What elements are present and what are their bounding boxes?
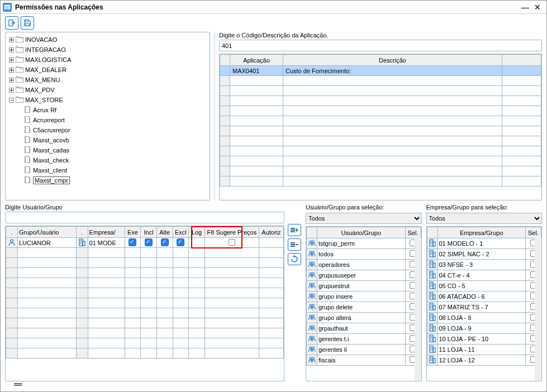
tree-file[interactable]: Maxst_cadas [8,145,210,155]
user-row[interactable]: tstgrup_perm [307,238,421,249]
expand-icon[interactable]: + [9,58,14,63]
app-row[interactable] [220,96,541,106]
user-row[interactable]: todos [307,249,421,260]
permissions-table[interactable]: . Grupo/Usuário . Empresa/ Exe Incl Alte… [5,226,284,381]
scrollbar[interactable] [415,238,421,381]
expand-icon[interactable]: + [9,78,14,83]
company-row[interactable]: 03 NFSE - 3 [427,260,541,270]
tree-panel[interactable]: +INOVACAO+INTEGRACAO+MAXLOGISTICA+MAX_DE… [5,32,210,200]
user-row[interactable]: grpauthaut [307,323,421,334]
company-row[interactable]: 11 LOJA - 11 [427,345,541,355]
perm-row[interactable] [6,328,284,338]
minimize-button[interactable]: — [520,2,531,12]
app-row[interactable] [220,166,541,176]
company-group-select[interactable]: Todos [426,213,543,224]
tree-folder[interactable]: +MAX_DEALER [8,65,210,75]
perm-row[interactable] [6,258,284,268]
user-row[interactable]: grupo insere [307,291,421,302]
user-row[interactable]: fiscais [307,355,421,366]
user-row[interactable]: operadores [307,260,421,270]
svg-point-30 [310,273,312,275]
expand-icon[interactable]: + [9,68,14,73]
company-row[interactable]: 09 LOJA - 9 [427,323,541,334]
user-row[interactable]: gerentes t.i [307,334,421,345]
perm-row[interactable] [6,278,284,288]
company-row[interactable]: 04 CT-e - 4 [427,270,541,281]
checkbox-checked-icon[interactable] [177,238,184,246]
tree-file[interactable]: Maxst_check [8,155,210,165]
expand-icon[interactable]: + [9,88,14,93]
user-row[interactable]: grupususeper [307,270,421,281]
company-group-table[interactable]: Empresa/GrupoSel. 01 MODELO - 102 SIMPL … [426,226,543,381]
app-row[interactable] [220,76,541,86]
checkbox-icon[interactable] [229,239,235,246]
app-row[interactable] [220,86,541,96]
company-row[interactable]: 12 LOJA - 12 [427,355,541,366]
resize-handle[interactable] [14,385,22,386]
app-row[interactable]: MAX0401Custo de Fornecimento: [220,66,541,76]
company-row[interactable]: 10 LOJA - PE - 10 [427,334,541,345]
close-button[interactable]: ✕ [532,2,543,12]
vertical-resizer[interactable] [213,32,216,200]
apps-table[interactable]: Aplicação Descrição MAX0401Custo de Forn… [219,54,542,200]
tree-file[interactable]: Acrux Rf [8,105,210,115]
app-search-input[interactable] [219,40,542,51]
tree-file[interactable]: Acruxreport [8,115,210,125]
app-row[interactable] [220,176,541,187]
user-group-select[interactable]: Todos [306,213,422,224]
user-search-input[interactable] [5,212,284,223]
scrollbar[interactable] [535,238,541,381]
app-row[interactable] [220,106,541,116]
app-row[interactable] [220,126,541,136]
expand-icon[interactable]: + [9,47,14,52]
tree-folder[interactable]: +INTEGRACAO [8,45,210,55]
tree-folder[interactable]: +MAX_MENU [8,75,210,85]
company-row[interactable]: 02 SIMPL NAC - 2 [427,249,541,260]
perm-row[interactable] [6,298,284,308]
company-row[interactable]: 01 MODELO - 1 [427,238,541,249]
checkbox-checked-icon[interactable] [161,238,169,246]
perm-row[interactable]: LUCIANOR01 MODE [6,238,284,248]
user-row[interactable]: gerentes li [307,345,421,355]
collapse-icon[interactable]: − [9,98,14,103]
perm-row[interactable] [6,348,284,358]
user-row[interactable]: grupo delete [307,302,421,313]
save-button[interactable] [21,16,34,30]
tree-folder[interactable]: +MAX_PDV [8,85,210,95]
company-row[interactable]: 06 ATACADO - 6 [427,291,541,302]
app-row[interactable] [220,136,541,146]
perm-row[interactable] [6,268,284,278]
tree-file[interactable]: Maxst_cmpr [8,175,210,185]
refresh-button[interactable] [288,253,301,265]
perm-row[interactable] [6,338,284,348]
perm-row[interactable] [6,318,284,328]
tree-file[interactable]: C5acruxrepor [8,125,210,135]
svg-rect-139 [431,357,432,358]
perm-row[interactable] [6,288,284,298]
user-row[interactable]: grupuestrut [307,281,421,291]
checkbox-checked-icon[interactable] [129,238,136,246]
checkbox-checked-icon[interactable] [145,238,153,246]
company-row[interactable]: 08 LOJA - 8 [427,313,541,323]
user-row[interactable]: grupo altera [307,313,421,323]
app-row[interactable] [220,156,541,166]
perm-row[interactable] [6,248,284,258]
col-app[interactable]: Aplicação [230,55,283,66]
export-button[interactable] [5,16,18,30]
company-row[interactable]: 07 MATRIZ TS - 7 [427,302,541,313]
app-row[interactable] [220,146,541,156]
tree-folder[interactable]: +INOVACAO [8,35,210,45]
app-row[interactable] [220,116,541,126]
tree-folder[interactable]: +MAXLOGISTICA [8,55,210,65]
tree-file[interactable]: Maxst_acovb [8,135,210,145]
remove-row-button[interactable] [288,238,301,251]
add-row-button[interactable] [288,224,301,236]
perm-row[interactable] [6,308,284,318]
app-icon [3,3,12,12]
user-group-table[interactable]: Usuário/GrupoSel. tstgrup_permtodosopera… [306,226,422,381]
tree-folder[interactable]: −MAX_STORE [8,95,210,105]
col-desc[interactable]: Descrição [283,55,502,66]
tree-file[interactable]: Maxst_client [8,165,210,175]
expand-icon[interactable]: + [9,37,14,42]
company-row[interactable]: 05 CD - 5 [427,281,541,291]
